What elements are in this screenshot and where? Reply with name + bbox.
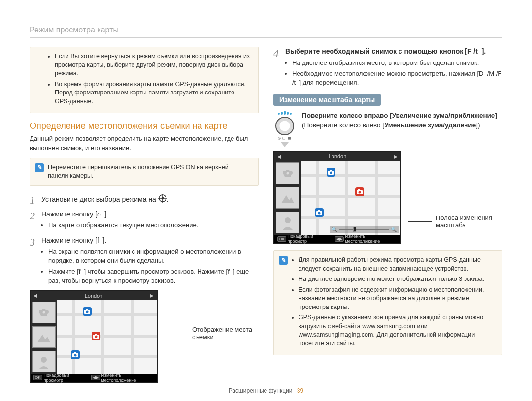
zoom-motion-arcs-icon bbox=[273, 111, 296, 116]
zoom-wheel-illustration: ◎ ▢ ▦ bbox=[273, 111, 296, 147]
screen-hint-left: Покадровый просмотр bbox=[288, 234, 331, 244]
info-item: Для правильной работы режима просмотра к… bbox=[299, 256, 494, 273]
thumbnail bbox=[32, 326, 56, 348]
screen-hint-left: Покадровый просмотр bbox=[44, 373, 87, 383]
callout-slider-label: Полоса изменения масштаба bbox=[436, 214, 502, 229]
step-2: 2 Нажмите кнопку [o ]. На карте отобража… bbox=[30, 210, 259, 232]
zoom-instructions: Поверните колесо вправо [Увеличение зума… bbox=[302, 111, 497, 130]
ok-label: OK bbox=[277, 236, 286, 242]
step-4-bullet: На дисплее отобразится место, в котором … bbox=[292, 59, 502, 67]
step-3-text: Нажмите кнопку [f ]. bbox=[41, 236, 106, 244]
step-2-text: Нажмите кнопку [o ]. bbox=[41, 210, 108, 218]
camera-marker-blue bbox=[315, 208, 324, 217]
info-box-gps-on: ✎ Переместите переключатель в положение … bbox=[30, 158, 259, 186]
screen-hint-right: Изменить местоположение bbox=[345, 234, 398, 244]
camera-marker-red-selected bbox=[355, 187, 364, 196]
svg-rect-37 bbox=[318, 210, 320, 212]
next-location-icon: ▶ bbox=[150, 293, 154, 298]
svg-marker-27 bbox=[281, 195, 294, 203]
svg-point-16 bbox=[95, 335, 98, 338]
callout-camera-label: Отображение места съемки bbox=[192, 326, 259, 340]
svg-rect-20 bbox=[74, 352, 76, 354]
portrait-icon bbox=[280, 215, 295, 230]
next-location-icon: ▶ bbox=[394, 154, 398, 159]
down-arrow-icon bbox=[281, 142, 289, 147]
step-4-bullet: Необходимое местоположение можно просмот… bbox=[292, 69, 502, 87]
info-item: Если фотография не содержит информацию о… bbox=[299, 286, 494, 312]
warning-item: Если Вы хотите вернуться в режим съемки … bbox=[55, 52, 250, 78]
screen-hint-right: Изменить местоположение bbox=[101, 373, 154, 383]
subheading-zoom: Изменение масштаба карты bbox=[273, 94, 381, 106]
svg-point-19 bbox=[74, 354, 77, 356]
svg-point-11 bbox=[41, 357, 47, 363]
thumbnail-strip bbox=[274, 161, 301, 235]
right-column: 4 Выберите необходимый снимок с помощью … bbox=[273, 47, 502, 383]
thumbnail bbox=[276, 187, 299, 209]
camera-marker-blue bbox=[83, 307, 92, 316]
svg-rect-14 bbox=[86, 309, 88, 310]
svg-rect-31 bbox=[330, 170, 332, 171]
left-column: Если Вы хотите вернуться в режим съемки … bbox=[30, 47, 259, 383]
footer-section-label: Расширенные функции bbox=[229, 387, 293, 394]
map-pane: 🔍 🔍 bbox=[301, 161, 400, 235]
warning-box-1: Если Вы хотите вернуться в режим съемки … bbox=[30, 47, 259, 113]
info-text: Переместите переключатель в положение GP… bbox=[48, 164, 229, 180]
info-box-gps-notes: ✎ Для правильной работы режима просмотра… bbox=[273, 250, 502, 355]
zoom-out-icon: 🔍 bbox=[332, 227, 337, 232]
footer-page-number: 39 bbox=[297, 387, 303, 394]
nav-icon: ◀▶ bbox=[335, 236, 344, 242]
camera-marker-blue bbox=[327, 168, 335, 177]
step-3-bullet: Нажмите [f ] чтобы завершить просмотр эс… bbox=[48, 267, 259, 285]
zoom-scale-bar: 🔍 🔍 bbox=[330, 226, 399, 233]
step-4: 4 Выберите необходимый снимок с помощью … bbox=[273, 47, 502, 89]
step-number: 1 bbox=[30, 194, 41, 206]
prev-location-icon: ◀ bbox=[277, 154, 281, 159]
svg-rect-34 bbox=[358, 189, 360, 191]
info-item: На дисплее одновременно может отображать… bbox=[299, 275, 494, 284]
page-footer: Расширенные функции 39 bbox=[0, 387, 532, 394]
flower-icon bbox=[36, 305, 51, 320]
svg-point-30 bbox=[330, 172, 332, 174]
step-2-bullet: На карте отображается текущее местополож… bbox=[48, 221, 259, 230]
section-intro: Данный режим позволяет определить на кар… bbox=[30, 134, 259, 153]
zoom-slider-knob bbox=[353, 227, 356, 232]
step-3: 3 Нажмите кнопку [f ]. На экране появятс… bbox=[30, 236, 259, 287]
warning-item: Во время форматирования карты памяти GPS… bbox=[55, 80, 250, 106]
mountain-icon bbox=[36, 330, 51, 344]
step-number: 4 bbox=[273, 47, 285, 59]
step-3-bullet: На экране появятся снимки с информацией … bbox=[48, 247, 259, 265]
thumbnail bbox=[276, 162, 299, 184]
prev-location-icon: ◀ bbox=[33, 293, 37, 298]
portrait-icon bbox=[36, 354, 51, 369]
thumbnail bbox=[32, 351, 56, 372]
page-title: Режим просмотра карты bbox=[30, 26, 502, 38]
info-icon: ✎ bbox=[279, 256, 288, 265]
nav-icon: ◀▶ bbox=[91, 375, 100, 380]
info-icon: ✎ bbox=[35, 163, 44, 172]
step-number: 3 bbox=[30, 236, 41, 247]
ok-label: OK bbox=[33, 375, 42, 380]
step-1-text: Установите диск выбора режима на bbox=[41, 195, 158, 203]
mountain-icon bbox=[280, 190, 295, 205]
step-4-text: Выберите необходимый снимок с помощью кн… bbox=[285, 47, 486, 55]
screen-location-label: London bbox=[85, 293, 103, 299]
svg-point-3 bbox=[161, 197, 164, 199]
svg-point-13 bbox=[86, 310, 89, 313]
thumbnail bbox=[32, 302, 56, 323]
svg-rect-17 bbox=[95, 334, 97, 335]
thumbnail-strip bbox=[31, 300, 57, 374]
svg-point-9 bbox=[43, 311, 45, 313]
screen-location-label: London bbox=[329, 154, 347, 159]
svg-point-28 bbox=[285, 217, 291, 223]
section-heading: Определение местоположения съемки на кар… bbox=[30, 121, 259, 131]
step-number: 2 bbox=[30, 210, 41, 221]
callout-leader-line bbox=[165, 333, 188, 333]
zoom-left-prefix: (Поверните колесо влево [ bbox=[302, 122, 384, 129]
camera-marker-red-selected bbox=[92, 332, 100, 340]
zoom-left-suffix: ]) bbox=[476, 122, 480, 129]
step-1: 1 Установите диск выбора режима на . bbox=[30, 194, 259, 206]
zoom-left-bold: Уменьшение зума/удаление bbox=[384, 122, 476, 129]
svg-marker-10 bbox=[37, 335, 50, 342]
svg-point-36 bbox=[318, 212, 321, 215]
map-pane bbox=[57, 300, 157, 374]
